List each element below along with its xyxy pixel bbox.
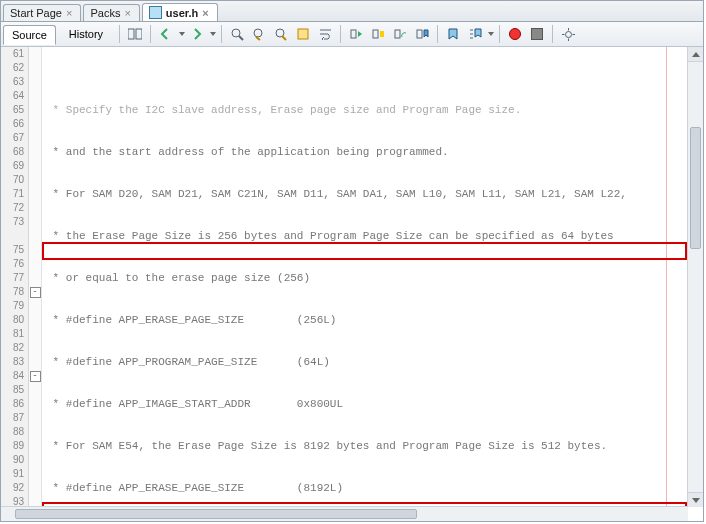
svg-point-4 xyxy=(254,29,262,37)
code-line: * For SAM E54, the Erase Page Size is 81… xyxy=(46,439,703,453)
separator xyxy=(499,25,500,43)
next-match-icon[interactable] xyxy=(271,24,291,44)
settings-icon[interactable] xyxy=(558,24,578,44)
record-icon[interactable] xyxy=(505,24,525,44)
code-line: * or equal to the erase page size (256) xyxy=(46,271,703,285)
svg-rect-10 xyxy=(380,31,384,37)
separator xyxy=(552,25,553,43)
scrollbar-thumb[interactable] xyxy=(15,509,417,519)
separator xyxy=(437,25,438,43)
step-bookmark-icon[interactable] xyxy=(412,24,432,44)
search-icon[interactable] xyxy=(227,24,247,44)
tab-label: user.h xyxy=(166,7,198,19)
breakpoint-run-icon[interactable] xyxy=(346,24,366,44)
tab-label: Start Page xyxy=(10,7,62,19)
code-line: * the Erase Page Size is 256 bytes and P… xyxy=(46,229,703,243)
fold-toggle[interactable]: - xyxy=(30,287,41,298)
subtab-history[interactable]: History xyxy=(60,24,112,44)
svg-rect-6 xyxy=(298,29,308,39)
svg-rect-7 xyxy=(351,30,356,38)
code-line: * For SAM D20, SAM D21, SAM C21N, SAM D1… xyxy=(46,187,703,201)
stop-icon[interactable] xyxy=(527,24,547,44)
tab-packs[interactable]: Packs × xyxy=(83,4,139,21)
fold-gutter: - - xyxy=(29,47,42,521)
code-line: * #define APP_IMAGE_START_ADDR 0x800UL xyxy=(46,397,703,411)
svg-rect-9 xyxy=(373,30,378,38)
code-line: * #define APP_ERASE_PAGE_SIZE (8192L) xyxy=(46,481,703,495)
code-line: * #define APP_PROGRAM_PAGE_SIZE (64L) xyxy=(46,355,703,369)
svg-point-13 xyxy=(565,31,571,37)
line-number-gutter: 6162636465 6667686970 717273 7576777879 … xyxy=(1,47,29,521)
svg-rect-11 xyxy=(395,30,400,38)
svg-marker-8 xyxy=(358,31,362,37)
nav-back-icon[interactable] xyxy=(156,24,176,44)
nav-forward-icon[interactable] xyxy=(187,24,207,44)
tab-label: Packs xyxy=(90,7,120,19)
close-icon[interactable]: × xyxy=(124,7,130,19)
scrollbar-thumb[interactable] xyxy=(690,127,701,249)
cursor-to-icon[interactable] xyxy=(368,24,388,44)
dropdown-icon[interactable] xyxy=(210,32,216,36)
bookmarks-icon[interactable] xyxy=(443,24,463,44)
code-editor[interactable]: * Specify the I2C slave address, Erase p… xyxy=(42,47,703,521)
svg-rect-1 xyxy=(136,29,142,39)
vertical-scrollbar[interactable] xyxy=(687,47,703,507)
scroll-down-icon[interactable] xyxy=(688,492,703,507)
header-file-icon xyxy=(149,6,162,19)
toggle-highlight-icon[interactable] xyxy=(293,24,313,44)
highlight-box xyxy=(42,242,687,260)
code-line: * and the start address of the applicati… xyxy=(46,145,703,159)
separator xyxy=(340,25,341,43)
prev-match-icon[interactable] xyxy=(249,24,269,44)
separator xyxy=(221,25,222,43)
subtab-source[interactable]: Source xyxy=(3,25,56,45)
svg-point-2 xyxy=(232,29,240,37)
svg-rect-0 xyxy=(128,29,134,39)
separator xyxy=(119,25,120,43)
svg-rect-12 xyxy=(417,30,422,38)
dropdown-icon[interactable] xyxy=(179,32,185,36)
horizontal-scrollbar[interactable] xyxy=(1,506,688,521)
dropdown-icon[interactable] xyxy=(488,32,494,36)
fold-toggle[interactable]: - xyxy=(30,371,41,382)
word-wrap-icon[interactable] xyxy=(315,24,335,44)
side-by-side-icon[interactable] xyxy=(125,24,145,44)
svg-line-3 xyxy=(239,36,243,40)
code-line: * Specify the I2C slave address, Erase p… xyxy=(46,103,703,117)
tab-user-h[interactable]: user.h × xyxy=(142,3,218,21)
separator xyxy=(150,25,151,43)
code-line: * #define APP_ERASE_PAGE_SIZE (256L) xyxy=(46,313,703,327)
bookmark-list-icon[interactable] xyxy=(465,24,485,44)
close-icon[interactable]: × xyxy=(66,7,72,19)
step-over-icon[interactable] xyxy=(390,24,410,44)
scroll-up-icon[interactable] xyxy=(688,47,703,62)
close-icon[interactable]: × xyxy=(202,7,208,19)
tab-start-page[interactable]: Start Page × xyxy=(3,4,81,21)
